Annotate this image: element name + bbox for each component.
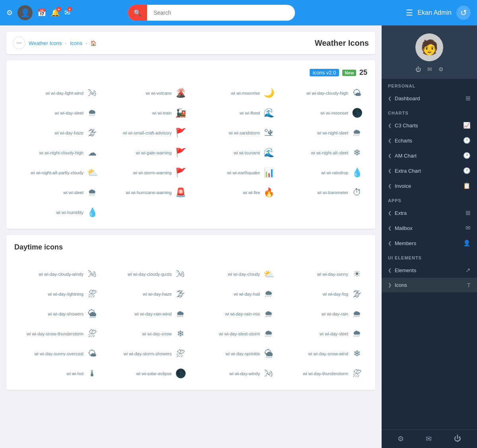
list-item: wi wi-fire 🔥: [191, 184, 279, 201]
icon-name: wi wi-flood: [240, 111, 260, 115]
icon-symbol: 🚩: [175, 168, 186, 178]
icon-symbol: 🌬: [87, 88, 98, 98]
list-item: wi wi-sandstorm 🏜: [191, 125, 279, 141]
icon-name: wi wi-day-sunny: [317, 272, 348, 277]
sidebar-item-extra[interactable]: ❮ Extra ⊞: [382, 205, 477, 220]
sidebar-item-echarts[interactable]: ❮ Echarts 🕐: [382, 133, 477, 148]
icon-symbol: 🌙: [263, 88, 274, 98]
icon-symbol: 💧: [351, 168, 363, 178]
sidebar-item-extrachart[interactable]: ❮ Extra Chart 🕐: [382, 163, 477, 178]
email-icon[interactable]: ✉: [427, 66, 432, 72]
search-input[interactable]: [147, 10, 295, 16]
icon-symbol: ⛈: [87, 289, 98, 299]
icon-name: wi wi-day-light-wind: [46, 91, 83, 95]
breadcrumb-sep1: -: [65, 40, 67, 46]
icon-symbol: 🌦: [263, 349, 274, 359]
gear-icon[interactable]: ⚙: [438, 66, 444, 72]
icon-name: wi wi-day-cloudy-windy: [39, 272, 83, 277]
icon-name: wi wi-day-rain-mix: [225, 312, 260, 316]
icon-symbol: 📊: [263, 168, 274, 178]
icon-symbol: ⛅: [87, 168, 98, 178]
chevron-icon-mail: ❮: [388, 226, 392, 231]
icons-label: Icons: [395, 282, 407, 288]
personal-label: PERSONAL: [382, 79, 477, 91]
icon-symbol: 🚨: [175, 187, 186, 198]
icon-name: wi wi-humidity: [56, 210, 83, 215]
sidebar-item-dashboard[interactable]: ❮ Dashboard ⊞: [382, 91, 477, 106]
search-bar: 🔍: [128, 5, 295, 21]
list-item: wi wi-night-sleet 🌨: [279, 125, 367, 141]
list-item: wi wi-tsunami 🌊: [191, 144, 279, 161]
bottom-power-icon[interactable]: ⏻: [454, 434, 461, 443]
bottom-settings-icon[interactable]: ⚙: [398, 434, 404, 443]
sidebar-item-amchart[interactable]: ❮ AM Chart 🕐: [382, 148, 477, 163]
list-item: wi wi-day-sunny-overcast 🌤: [14, 345, 103, 362]
icon-name: wi wi-raindrop: [321, 170, 348, 175]
list-item: wi wi-day-cloudy-gusts 🌬: [103, 266, 191, 282]
elements-icon: ↗: [465, 267, 471, 274]
sidebar-item-invoice[interactable]: ❮ Invoice 📋: [382, 178, 477, 193]
icon-symbol: 🌦: [87, 309, 98, 319]
chevron-down-icon: ❯: [388, 282, 392, 288]
list-item: wi wi-moonrise 🌙: [191, 85, 279, 101]
icon-name: wi wi-day-cloudy-gusts: [128, 272, 172, 277]
icon-symbol: 🌨: [351, 128, 363, 138]
sidebar-item-members[interactable]: ❮ Members 👤: [382, 236, 477, 251]
icon-symbol: ⏱: [351, 187, 363, 198]
list-item: wi wi-day-snow ❄: [103, 325, 191, 342]
breadcrumb-dots[interactable]: ···: [13, 37, 25, 49]
sidebar-item-icons[interactable]: ❯ Icons T: [382, 278, 477, 292]
calendar-icon[interactable]: 📅: [37, 8, 46, 17]
icon-symbol: 🌫: [175, 289, 186, 299]
power-icon[interactable]: ⏻: [415, 66, 421, 72]
icon-name: wi wi-day-fog: [323, 292, 348, 296]
list-item: wi wi-day-windy 🌬: [191, 365, 279, 382]
list-item: wi wi-day-haze 🌫: [14, 125, 103, 141]
profile-icons: ⏻ ✉ ⚙: [415, 66, 444, 72]
card1-version: icons v2.0: [310, 69, 339, 76]
sidebar-item-elements[interactable]: ❮ Elements ↗: [382, 263, 477, 278]
breadcrumb-item2[interactable]: Icons: [70, 40, 82, 46]
topnav: ⚙ 👤 📅 🔔● ✉● 🔍 ☰ Ekan Admin ↺: [0, 0, 477, 25]
card1-header: icons v2.0 New 25: [14, 68, 367, 77]
chevron-icon-elem: ❮: [388, 268, 392, 273]
list-item: wi wi-humidity 💧: [14, 204, 103, 221]
brand-icon[interactable]: ↺: [456, 6, 471, 20]
settings-icon[interactable]: ⚙: [6, 8, 13, 17]
search-button[interactable]: 🔍: [128, 5, 147, 21]
list-item: wi wi-day-sprinkle 🌦: [191, 345, 279, 362]
hamburger-icon[interactable]: ☰: [406, 8, 413, 18]
bottom-mail-icon[interactable]: ✉: [426, 434, 432, 443]
mail-icon[interactable]: ✉●: [64, 8, 70, 17]
breadcrumb-item1[interactable]: Weather Icons: [29, 40, 62, 46]
breadcrumb-home[interactable]: 🏠: [90, 40, 97, 46]
sidebar-item-mailbox[interactable]: ❮ Mailbox ✉: [382, 220, 477, 236]
icon-symbol: ⛈: [175, 349, 186, 359]
list-item: wi wi-earthquake 📊: [191, 164, 279, 181]
chevron-icon-c3: ❮: [388, 123, 392, 128]
list-item: wi wi-solar-eclipse 🌑: [103, 365, 191, 382]
icon-symbol: 🌬: [263, 368, 274, 379]
avatar[interactable]: 👤: [17, 5, 33, 20]
card1-grid: wi wi-day-light-wind 🌬 wi wi-volcano 🌋 w…: [14, 85, 367, 221]
list-item: wi wi-small-craft-advisory 🚩: [103, 125, 191, 141]
icon-name: wi wi-day-snow-wind: [308, 351, 348, 356]
elements-label: Elements: [395, 267, 416, 273]
list-item: wi wi-day-sleet-storm 🌨: [191, 325, 279, 342]
list-item: wi wi-day-cloudy ⛅: [191, 266, 279, 282]
list-item: wi wi-day-showers 🌦: [14, 306, 103, 322]
icon-symbol: ❄: [175, 329, 186, 339]
main-layout: ··· Weather Icons - Icons - 🏠 Weather Ic…: [0, 25, 477, 448]
icon-name: wi wi-solar-eclipse: [136, 371, 172, 376]
list-item: wi wi-day-storm-showers ⛈: [103, 345, 191, 362]
icon-name: wi wi-barometer: [317, 190, 348, 195]
icon-symbol: ☀: [351, 269, 363, 279]
list-item: wi wi-night-alt-partly-cloudy ⛅: [14, 164, 103, 181]
ui-label: UI ELEMENTS: [382, 251, 477, 263]
profile-avatar[interactable]: 🧑: [415, 33, 443, 61]
icon-symbol: 🌊: [263, 108, 274, 118]
sidebar-item-c3charts[interactable]: ❮ C3 Charts 📈: [382, 118, 477, 133]
right-sidebar: 🧑 ⏻ ✉ ⚙ PERSONAL ❮ Dashboard ⊞ CHARTS ❮ …: [382, 25, 477, 448]
icon-name: wi wi-day-cloudy: [228, 272, 260, 277]
notification-icon[interactable]: 🔔●: [51, 8, 60, 17]
